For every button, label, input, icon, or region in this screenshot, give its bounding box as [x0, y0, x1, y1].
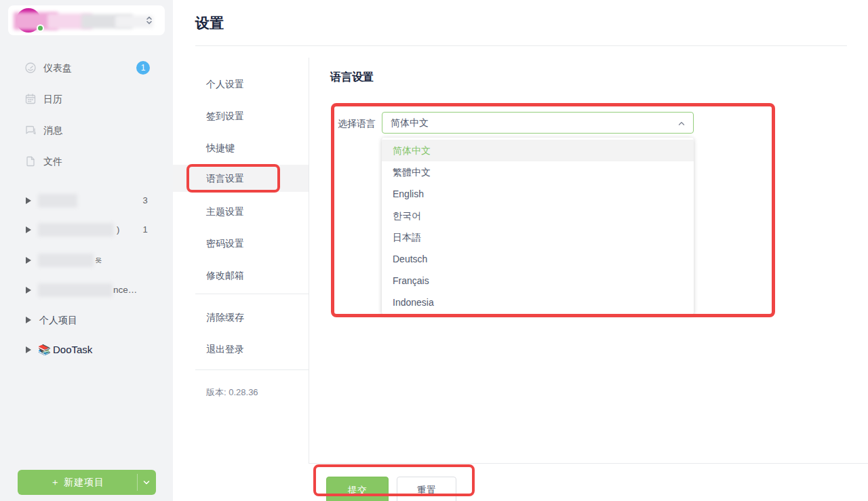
sidebar: 仪表盘 1 日历 消息 [0, 0, 173, 501]
blurred-project-name [38, 194, 77, 207]
sidebar-item-calendar[interactable]: 日历 [0, 83, 173, 115]
project-name: 个人项目 [39, 309, 77, 331]
sidebar-item-label: 文件 [43, 146, 62, 177]
blurred-project-name [38, 283, 113, 297]
sidebar-item-messages[interactable]: 消息 [0, 115, 173, 146]
project-item-dootask[interactable]: 📚 DooTask [0, 339, 173, 361]
online-status-dot [37, 24, 44, 32]
project-name-fragment: 읏 [95, 249, 102, 271]
disclosure-triangle-icon[interactable] [26, 226, 31, 233]
divider [309, 463, 868, 464]
divider [195, 294, 309, 294]
plus-icon: ＋ [50, 477, 60, 487]
project-name-fragment: ) [117, 219, 119, 241]
settings-nav-clear-cache[interactable]: 清除缓存 [195, 309, 304, 325]
calendar-icon [24, 93, 37, 105]
dropdown-option-id[interactable]: Indonesia [382, 292, 694, 313]
submit-button[interactable]: 提交 [326, 477, 389, 501]
sidebar-item-label: 仪表盘 [43, 52, 72, 83]
project-item[interactable]: 읏 [0, 249, 173, 271]
settings-nav-password[interactable]: 密码设置 [195, 235, 304, 252]
sidebar-item-label: 消息 [43, 115, 62, 146]
settings-nav-email[interactable]: 修改邮箱 [195, 267, 304, 283]
selected-language-value: 简体中文 [391, 113, 429, 133]
settings-nav-shortcuts[interactable]: 快捷键 [195, 140, 304, 156]
disclosure-triangle-icon[interactable] [26, 346, 31, 353]
language-select[interactable]: 简体中文 [382, 112, 694, 134]
sidebar-item-label: 日历 [43, 83, 62, 115]
dropdown-option-ko[interactable]: 한국어 [382, 205, 694, 226]
new-project-label: ＋ 新建项目 [18, 470, 137, 495]
project-item-personal[interactable]: 个人项目 [0, 309, 173, 331]
project-name: DooTask [53, 339, 92, 361]
settings-nav-logout[interactable]: 退出登录 [195, 341, 304, 357]
settings-nav-language-active[interactable]: 语言设置 [173, 165, 309, 192]
sidebar-item-files[interactable]: 文件 [0, 146, 173, 177]
settings-nav-theme[interactable]: 主题设置 [195, 203, 304, 220]
settings-nav-checkin[interactable]: 签到设置 [195, 108, 304, 124]
blurred-project-name [38, 254, 94, 267]
button-divider [137, 474, 138, 491]
books-emoji-icon: 📚 [38, 339, 51, 361]
project-item[interactable]: 3 [0, 190, 173, 212]
message-icon [24, 124, 37, 136]
version-text: 版本: 0.28.36 [206, 386, 258, 399]
disclosure-triangle-icon[interactable] [26, 287, 31, 294]
blurred-project-name [38, 223, 114, 237]
chevron-expand-icon[interactable] [144, 15, 155, 26]
page-title: 设置 [195, 14, 224, 33]
notification-badge: 1 [136, 61, 150, 75]
divider [309, 58, 309, 463]
disclosure-triangle-icon[interactable] [26, 197, 31, 204]
project-count: 1 [137, 219, 153, 241]
sidebar-item-dashboard[interactable]: 仪表盘 1 [0, 52, 173, 83]
project-name-fragment: nce… [113, 279, 137, 301]
section-heading: 语言设置 [330, 71, 374, 85]
divider [195, 45, 847, 46]
dropdown-option-ja[interactable]: 日本語 [382, 226, 694, 248]
reset-button[interactable]: 重置 [397, 477, 456, 501]
user-card[interactable] [8, 5, 165, 35]
divider [195, 369, 309, 370]
language-dropdown: 简体中文 繁體中文 English 한국어 日本語 Deutsch França… [382, 138, 694, 315]
project-item[interactable]: nce… [0, 279, 173, 301]
disclosure-triangle-icon[interactable] [26, 257, 31, 264]
dropdown-option-zh-tw[interactable]: 繁體中文 [382, 161, 694, 183]
dashboard-icon [24, 62, 37, 74]
chevron-up-icon[interactable] [677, 119, 686, 128]
language-select-label: 选择语言 [338, 118, 376, 130]
file-icon [24, 155, 37, 167]
chevron-down-icon[interactable] [142, 478, 151, 487]
project-count: 3 [137, 190, 153, 212]
dropdown-option-zh-cn[interactable]: 简体中文 [382, 140, 694, 161]
dropdown-option-fr[interactable]: Français [382, 270, 694, 292]
project-item[interactable]: ) 1 [0, 219, 173, 241]
dropdown-option-en[interactable]: English [382, 183, 694, 205]
dropdown-option-de[interactable]: Deutsch [382, 248, 694, 270]
disclosure-triangle-icon[interactable] [26, 317, 31, 323]
settings-nav-personal[interactable]: 个人设置 [195, 76, 304, 92]
new-project-button[interactable]: ＋ 新建项目 [18, 470, 156, 495]
